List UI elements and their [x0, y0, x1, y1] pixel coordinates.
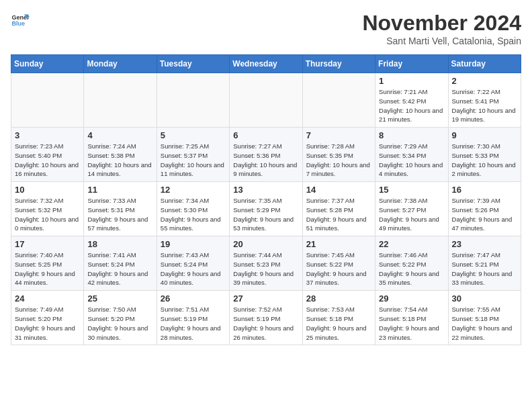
calendar-cell: 8Sunrise: 7:29 AM Sunset: 5:34 PM Daylig…: [375, 128, 448, 182]
calendar-cell: 3Sunrise: 7:23 AM Sunset: 5:40 PM Daylig…: [11, 128, 84, 182]
day-number: 1: [379, 76, 444, 86]
week-row-1: 1Sunrise: 7:21 AM Sunset: 5:42 PM Daylig…: [11, 73, 521, 128]
calendar-cell: 21Sunrise: 7:45 AM Sunset: 5:22 PM Dayli…: [302, 236, 375, 291]
calendar-cell: 9Sunrise: 7:30 AM Sunset: 5:33 PM Daylig…: [448, 128, 521, 182]
calendar-cell: 6Sunrise: 7:27 AM Sunset: 5:36 PM Daylig…: [230, 128, 302, 182]
calendar-cell: 18Sunrise: 7:41 AM Sunset: 5:24 PM Dayli…: [84, 236, 157, 291]
day-number: 22: [379, 239, 444, 249]
day-number: 24: [15, 293, 80, 304]
col-wednesday: Wednesday: [230, 55, 302, 73]
logo-icon: General Blue: [11, 11, 30, 30]
calendar-cell: 23Sunrise: 7:47 AM Sunset: 5:21 PM Dayli…: [448, 236, 521, 291]
day-number: 28: [306, 293, 371, 304]
calendar-cell: 19Sunrise: 7:43 AM Sunset: 5:24 PM Dayli…: [157, 236, 229, 291]
calendar-cell: 13Sunrise: 7:35 AM Sunset: 5:29 PM Dayli…: [230, 182, 302, 236]
week-row-2: 3Sunrise: 7:23 AM Sunset: 5:40 PM Daylig…: [11, 128, 521, 182]
day-number: 9: [452, 130, 517, 140]
calendar-table: Sunday Monday Tuesday Wednesday Thursday…: [11, 54, 521, 345]
day-number: 14: [306, 185, 371, 195]
day-number: 12: [161, 185, 226, 195]
day-number: 18: [87, 239, 152, 249]
day-number: 16: [452, 185, 517, 195]
week-row-4: 17Sunrise: 7:40 AM Sunset: 5:25 PM Dayli…: [11, 236, 521, 291]
header-row: Sunday Monday Tuesday Wednesday Thursday…: [11, 55, 521, 73]
day-number: 29: [379, 293, 444, 304]
day-info: Sunrise: 7:35 AM Sunset: 5:29 PM Dayligh…: [233, 196, 298, 233]
day-info: Sunrise: 7:43 AM Sunset: 5:24 PM Dayligh…: [161, 250, 226, 287]
day-info: Sunrise: 7:21 AM Sunset: 5:42 PM Dayligh…: [379, 87, 444, 124]
day-info: Sunrise: 7:30 AM Sunset: 5:33 PM Dayligh…: [452, 142, 517, 179]
day-number: 3: [15, 130, 80, 140]
day-info: Sunrise: 7:47 AM Sunset: 5:21 PM Dayligh…: [452, 250, 517, 287]
day-number: 8: [379, 130, 444, 140]
day-number: 13: [233, 185, 298, 195]
col-sunday: Sunday: [11, 55, 84, 73]
calendar-cell: 30Sunrise: 7:55 AM Sunset: 5:18 PM Dayli…: [448, 291, 521, 345]
page-header: General Blue November 2024 Sant Marti Ve…: [11, 11, 521, 46]
calendar-cell: 10Sunrise: 7:32 AM Sunset: 5:32 PM Dayli…: [11, 182, 84, 236]
calendar-cell: 25Sunrise: 7:50 AM Sunset: 5:20 PM Dayli…: [84, 291, 157, 345]
calendar-cell: 11Sunrise: 7:33 AM Sunset: 5:31 PM Dayli…: [84, 182, 157, 236]
day-number: 7: [306, 130, 371, 140]
week-row-5: 24Sunrise: 7:49 AM Sunset: 5:20 PM Dayli…: [11, 291, 521, 345]
day-info: Sunrise: 7:34 AM Sunset: 5:30 PM Dayligh…: [161, 196, 226, 233]
calendar-cell: 22Sunrise: 7:46 AM Sunset: 5:22 PM Dayli…: [375, 236, 448, 291]
day-number: 27: [233, 293, 298, 304]
day-info: Sunrise: 7:51 AM Sunset: 5:19 PM Dayligh…: [161, 305, 226, 342]
day-info: Sunrise: 7:46 AM Sunset: 5:22 PM Dayligh…: [379, 250, 444, 287]
calendar-cell: [84, 73, 157, 128]
month-year-title: November 2024: [362, 11, 521, 36]
day-number: 11: [87, 185, 152, 195]
calendar-cell: 26Sunrise: 7:51 AM Sunset: 5:19 PM Dayli…: [157, 291, 229, 345]
calendar-cell: 17Sunrise: 7:40 AM Sunset: 5:25 PM Dayli…: [11, 236, 84, 291]
day-number: 19: [161, 239, 226, 249]
day-info: Sunrise: 7:52 AM Sunset: 5:19 PM Dayligh…: [233, 305, 298, 342]
col-thursday: Thursday: [302, 55, 375, 73]
logo: General Blue: [11, 11, 30, 30]
day-info: Sunrise: 7:40 AM Sunset: 5:25 PM Dayligh…: [15, 250, 80, 287]
col-friday: Friday: [375, 55, 448, 73]
calendar-cell: 12Sunrise: 7:34 AM Sunset: 5:30 PM Dayli…: [157, 182, 229, 236]
day-info: Sunrise: 7:22 AM Sunset: 5:41 PM Dayligh…: [452, 87, 517, 124]
calendar-cell: 14Sunrise: 7:37 AM Sunset: 5:28 PM Dayli…: [302, 182, 375, 236]
calendar-cell: 7Sunrise: 7:28 AM Sunset: 5:35 PM Daylig…: [302, 128, 375, 182]
calendar-cell: [157, 73, 229, 128]
day-number: 25: [87, 293, 152, 304]
day-info: Sunrise: 7:41 AM Sunset: 5:24 PM Dayligh…: [87, 250, 152, 287]
day-info: Sunrise: 7:45 AM Sunset: 5:22 PM Dayligh…: [306, 250, 371, 287]
day-number: 20: [233, 239, 298, 249]
day-info: Sunrise: 7:29 AM Sunset: 5:34 PM Dayligh…: [379, 142, 444, 179]
day-info: Sunrise: 7:32 AM Sunset: 5:32 PM Dayligh…: [15, 196, 80, 233]
calendar-cell: 5Sunrise: 7:25 AM Sunset: 5:37 PM Daylig…: [157, 128, 229, 182]
day-number: 10: [15, 185, 80, 195]
calendar-cell: 2Sunrise: 7:22 AM Sunset: 5:41 PM Daylig…: [448, 73, 521, 128]
calendar-cell: [302, 73, 375, 128]
day-info: Sunrise: 7:38 AM Sunset: 5:27 PM Dayligh…: [379, 196, 444, 233]
day-number: 26: [161, 293, 226, 304]
calendar-cell: 28Sunrise: 7:53 AM Sunset: 5:18 PM Dayli…: [302, 291, 375, 345]
calendar-cell: 24Sunrise: 7:49 AM Sunset: 5:20 PM Dayli…: [11, 291, 84, 345]
col-tuesday: Tuesday: [157, 55, 229, 73]
day-number: 2: [452, 76, 517, 86]
day-number: 6: [233, 130, 298, 140]
day-number: 17: [15, 239, 80, 249]
day-info: Sunrise: 7:28 AM Sunset: 5:35 PM Dayligh…: [306, 142, 371, 179]
calendar-cell: 27Sunrise: 7:52 AM Sunset: 5:19 PM Dayli…: [230, 291, 302, 345]
col-monday: Monday: [84, 55, 157, 73]
day-info: Sunrise: 7:53 AM Sunset: 5:18 PM Dayligh…: [306, 305, 371, 342]
day-number: 4: [87, 130, 152, 140]
day-info: Sunrise: 7:54 AM Sunset: 5:18 PM Dayligh…: [379, 305, 444, 342]
svg-text:Blue: Blue: [11, 20, 25, 27]
day-number: 21: [306, 239, 371, 249]
day-info: Sunrise: 7:25 AM Sunset: 5:37 PM Dayligh…: [161, 142, 226, 179]
calendar-cell: 20Sunrise: 7:44 AM Sunset: 5:23 PM Dayli…: [230, 236, 302, 291]
day-number: 30: [452, 293, 517, 304]
day-number: 15: [379, 185, 444, 195]
day-number: 5: [161, 130, 226, 140]
day-info: Sunrise: 7:50 AM Sunset: 5:20 PM Dayligh…: [87, 305, 152, 342]
location-subtitle: Sant Marti Vell, Catalonia, Spain: [362, 36, 521, 46]
day-info: Sunrise: 7:24 AM Sunset: 5:38 PM Dayligh…: [87, 142, 152, 179]
calendar-cell: 16Sunrise: 7:39 AM Sunset: 5:26 PM Dayli…: [448, 182, 521, 236]
calendar-cell: 15Sunrise: 7:38 AM Sunset: 5:27 PM Dayli…: [375, 182, 448, 236]
day-number: 23: [452, 239, 517, 249]
